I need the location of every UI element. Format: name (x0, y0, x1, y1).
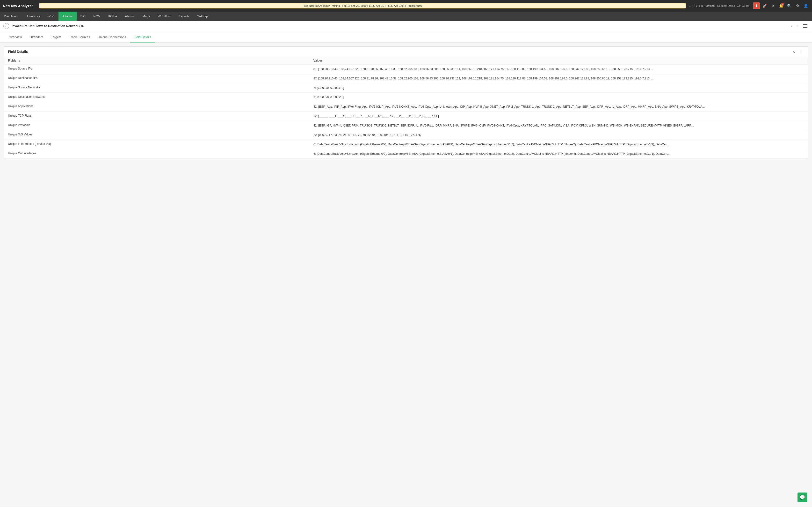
field-name-cell: Unique Applications (4, 102, 310, 112)
prev-button[interactable]: ‹ (789, 23, 794, 29)
table-row: Unique Destination IPs87: [168.20.210.43… (4, 74, 808, 83)
field-value-cell: 87: [168.20.210.43, 168.24.107.220, 168.… (310, 64, 808, 74)
tab-targets[interactable]: Targets (47, 32, 65, 43)
announcement-bar[interactable]: Free NetFlow Analyzer Training | Feb 13 … (39, 3, 686, 8)
field-name-cell: Unique ToS Values (4, 130, 310, 140)
rocket-icon[interactable]: 🚀 (761, 2, 768, 9)
hamburger-line-1 (803, 24, 807, 25)
field-value-cell: 20: [0, 6, 9, 17, 23, 24, 26, 43, 63, 71… (310, 130, 808, 140)
field-name-cell: Unique Destination IPs (4, 74, 310, 83)
field-name-cell: Unique Source Networks (4, 83, 310, 93)
user-icon[interactable]: 👤 (802, 2, 809, 9)
fields-column-header: Fields ▲ (4, 57, 310, 64)
hamburger-line-3 (803, 27, 807, 28)
nav-item-dpi[interactable]: DPI (77, 12, 90, 21)
breadcrumb-nav: ‹ › (789, 23, 800, 29)
field-name-cell: Unique Source IPs (4, 64, 310, 74)
settings-icon[interactable]: ⚙ (794, 2, 801, 9)
card-title: Field Details (8, 50, 28, 54)
request-demo-btn[interactable]: Request Demo (717, 4, 735, 7)
search-icon[interactable]: 🔍 (786, 2, 793, 9)
table-row: Unique Protocols42: [EGP, IGP, NVP-II, X… (4, 121, 808, 130)
field-name-cell: Unique In Interfaces (Routed Via) (4, 140, 310, 149)
monitor-icon[interactable]: 🖥 (769, 2, 776, 9)
hamburger-line-2 (803, 26, 807, 26)
notification-badge: 3 (781, 3, 784, 6)
table-row: Unique Out Interfaces6: [DataCentreBasic… (4, 149, 808, 159)
tab-field-details[interactable]: Field Details (130, 32, 155, 43)
field-name-cell: Unique Destination Networks (4, 93, 310, 102)
app-logo: NetFlow Analyzer (3, 4, 37, 8)
nav-item-maps[interactable]: Maps (139, 12, 154, 21)
download-button[interactable]: ⬇ (753, 2, 760, 9)
phone-number: (+1) 888 720 9500 (694, 4, 715, 7)
table-row: Unique In Interfaces (Routed Via)6: [Dat… (4, 140, 808, 149)
field-value-cell: 2: [0.0.0.0/0, 0.0.0.0/10] (310, 93, 808, 102)
main-content: Field Details ↻ ⤢ Fields ▲ Values Unique… (0, 43, 812, 163)
tab-overview[interactable]: Overview (5, 32, 26, 43)
nav-item-alarms[interactable]: Alarms (121, 12, 139, 21)
values-column-header: Values (310, 57, 808, 64)
hamburger-button[interactable] (802, 23, 809, 30)
tab-traffic-sources[interactable]: Traffic Sources (65, 32, 94, 43)
tabs-bar: OverviewOffendersTargetsTraffic SourcesU… (0, 32, 812, 43)
expand-icon[interactable]: ⤢ (799, 49, 804, 54)
refresh-icon[interactable]: ↻ (792, 49, 797, 54)
field-value-cell: 6: [DataCentreBasicV9ipv6.me.com (Gigabi… (310, 140, 808, 149)
tab-unique-connections[interactable]: Unique Connections (94, 32, 130, 43)
field-table: Fields ▲ Values Unique Source IPs87: [16… (4, 57, 808, 159)
sort-icon[interactable]: ▲ (18, 59, 20, 62)
nav-item-reports[interactable]: Reports (174, 12, 193, 21)
top-actions: 📞 (+1) 888 720 9500 Request Demo Get Quo… (688, 4, 749, 7)
breadcrumb-bar: ← Invalid Src-Dst Flows to Destination N… (0, 21, 812, 32)
top-icons: ⬇ 🚀 🖥 🔔 3 🔍 ⚙ 👤 (753, 2, 809, 9)
nav-item-attacks[interactable]: Attacks (58, 12, 77, 21)
field-name-cell: Unique TCP Flags (4, 112, 310, 121)
field-details-card: Field Details ↻ ⤢ Fields ▲ Values Unique… (4, 46, 808, 159)
field-name-cell: Unique Protocols (4, 121, 310, 130)
card-header: Field Details ↻ ⤢ (4, 47, 808, 57)
nav-item-workflow[interactable]: Workflow (154, 12, 174, 21)
bell-icon[interactable]: 🔔 3 (778, 2, 784, 9)
nav-item-ncm[interactable]: NCM (89, 12, 104, 21)
top-bar: NetFlow Analyzer Free NetFlow Analyzer T… (0, 0, 812, 12)
table-row: Unique ToS Values20: [0, 6, 9, 17, 23, 2… (4, 130, 808, 140)
nav-item-inventory[interactable]: Inventory (23, 12, 44, 21)
field-value-cell: 87: [168.20.210.43, 168.24.107.220, 168.… (310, 74, 808, 83)
table-row: Unique Source IPs87: [168.20.210.43, 168… (4, 64, 808, 74)
tab-offenders[interactable]: Offenders (26, 32, 47, 43)
field-value-cell: 6: [DataCentreBasicV9ipv6.me.com (Gigabi… (310, 149, 808, 159)
next-button[interactable]: › (795, 23, 800, 29)
field-value-cell: 2: [0.0.0.0/0, 0.0.0.0/10] (310, 83, 808, 93)
phone-icon: 📞 (688, 4, 692, 7)
field-name-cell: Unique Out Interfaces (4, 149, 310, 159)
field-value-cell: 41: [EGP_App, IPIP_App, IPV6-Frag_App, I… (310, 102, 808, 112)
nav-item-wlc[interactable]: WLC (44, 12, 58, 21)
card-actions: ↻ ⤢ (792, 49, 804, 54)
page-title: Invalid Src-Dst Flows to Destination Net… (12, 24, 789, 28)
nav-bar: DashboardInventoryWLCAttacksDPINCMIPSLAA… (0, 12, 812, 21)
table-row: Unique Source Networks2: [0.0.0.0/0, 0.0… (4, 83, 808, 93)
table-row: Unique Applications41: [EGP_App, IPIP_Ap… (4, 102, 808, 112)
nav-item-dashboard[interactable]: Dashboard (0, 12, 23, 21)
nav-item-settings[interactable]: Settings (193, 12, 212, 21)
get-quote-btn[interactable]: Get Quote (737, 4, 749, 7)
table-row: Unique Destination Networks2: [0.0.0.0/0… (4, 93, 808, 102)
table-row: Unique TCP Flags12: [_____, ____F, ___S,… (4, 112, 808, 121)
field-value-cell: 12: [_____, ____F, ___S, ___SF, __R_, __… (310, 112, 808, 121)
back-button[interactable]: ← (3, 23, 9, 29)
field-value-cell: 42: [EGP, IGP, NVP-II, XNET, PRM, TRUNK-… (310, 121, 808, 130)
nav-item-ipsla[interactable]: IPSLA (104, 12, 121, 21)
